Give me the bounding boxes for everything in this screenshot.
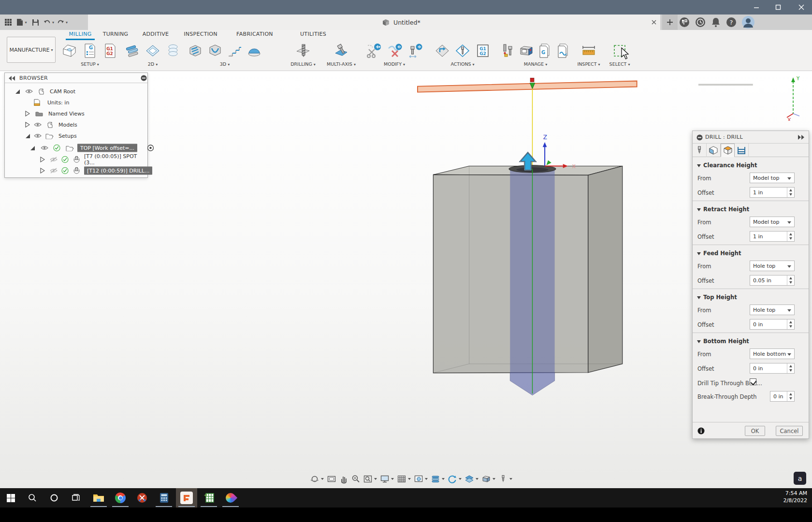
3d-adaptive-icon[interactable] (187, 41, 204, 60)
clearance-from-select[interactable]: Model top (750, 173, 795, 183)
generate-icon[interactable] (433, 41, 451, 60)
browser-row-units[interactable]: Units: in (5, 97, 147, 108)
multi-axis-icon[interactable] (332, 41, 350, 60)
expand-panel-icon[interactable] (798, 135, 805, 140)
paint3d-icon[interactable] (220, 488, 241, 508)
tab-heights[interactable] (721, 144, 735, 157)
job-status-icon[interactable] (695, 16, 706, 28)
spreadsheet-app-icon[interactable] (198, 488, 219, 508)
top-offset-input[interactable]: 0 in (750, 319, 795, 330)
browser-row-label[interactable]: [T7 (0:00:05)] SPOT (3... (84, 153, 147, 166)
drill-point-marker[interactable] (530, 78, 534, 82)
ribbon-tab-utilities[interactable]: UTILITIES (300, 31, 326, 37)
document-tab[interactable] (88, 14, 660, 30)
ribbon-group-label[interactable]: 3D (187, 61, 263, 67)
y-axis-arrowhead[interactable] (547, 160, 551, 165)
ok-button[interactable]: OK (745, 426, 765, 436)
dropdown-caret-icon[interactable] (442, 478, 445, 480)
pan-icon[interactable] (338, 474, 349, 484)
ribbon-tab-milling[interactable]: MILLING (69, 31, 91, 37)
machine-display-icon[interactable] (481, 474, 492, 484)
window-maximize-button[interactable] (768, 0, 789, 14)
notifications-bell-icon[interactable] (710, 16, 721, 28)
measure-icon[interactable] (580, 41, 598, 60)
ribbon-group-label[interactable]: ACTIONS (429, 61, 496, 67)
retract-offset-input[interactable]: 1 in (750, 231, 795, 242)
browser-row-op-spot[interactable]: [T7 (0:00:05)] SPOT (3... (5, 154, 147, 165)
fusion360-taskbar-icon[interactable] (176, 488, 197, 508)
ncprogram-icon[interactable]: G (81, 41, 99, 60)
look-at-icon[interactable] (326, 474, 337, 484)
expander-expanded-icon[interactable] (25, 133, 30, 139)
ribbon-group-label[interactable]: 2D (122, 61, 184, 67)
visibility-eye-icon[interactable] (34, 122, 42, 128)
taskbar-clock[interactable]: 7:54 AM 2/8/2022 (783, 490, 807, 504)
ribbon-group-label[interactable]: DRILLING (287, 61, 319, 67)
ribbon-group-label[interactable]: MULTI-AXIS (322, 61, 361, 67)
dropdown-caret-icon[interactable] (476, 478, 478, 480)
model-right-face[interactable] (588, 166, 623, 373)
drill-icon[interactable] (294, 41, 312, 60)
dialog-header[interactable]: DRILL : DRILL (693, 131, 809, 144)
chrome-icon[interactable] (110, 488, 131, 508)
viewports-icon[interactable] (413, 474, 424, 484)
dropdown-caret-icon[interactable] (321, 478, 324, 480)
templates-icon[interactable] (554, 41, 572, 60)
user-avatar[interactable] (741, 15, 755, 29)
grid-icon[interactable] (396, 474, 407, 484)
browser-header[interactable]: BROWSER (5, 73, 147, 83)
browser-row-label[interactable]: Units: in (47, 100, 69, 106)
visibility-eye-off-icon[interactable] (50, 168, 58, 174)
browser-row-label[interactable]: Named Views (48, 111, 85, 117)
section-header[interactable]: Top Height (693, 292, 809, 304)
dropdown-caret-icon[interactable] (391, 478, 394, 480)
undo-icon[interactable] (44, 17, 54, 28)
face-icon[interactable] (144, 41, 162, 60)
stock-plane[interactable] (418, 81, 637, 92)
stepper[interactable] (787, 363, 794, 373)
tab-tool[interactable] (693, 144, 707, 157)
ribbon-group-label[interactable]: SELECT (606, 61, 633, 67)
extensions-icon[interactable] (679, 16, 690, 28)
browser-row-op-drill[interactable]: [T12 (0:00:59)] DRILL... (5, 165, 147, 176)
info-icon[interactable] (697, 427, 705, 435)
save-icon[interactable] (30, 17, 41, 28)
retract-from-select[interactable]: Model top (750, 217, 795, 227)
3d-pocket-icon[interactable] (206, 41, 224, 60)
window-minimize-button[interactable] (746, 0, 767, 14)
cancel-button[interactable]: Cancel (776, 426, 803, 436)
ribbon-group-label[interactable]: MANAGE (499, 61, 572, 67)
overlay-a-icon[interactable]: a (794, 472, 806, 485)
2d-adaptive-icon[interactable] (123, 41, 142, 60)
visibility-eye-off-icon[interactable] (50, 157, 58, 162)
stepper[interactable] (787, 392, 794, 401)
browser-row-models[interactable]: Models (5, 119, 147, 130)
manual-nc-icon[interactable]: G1G2 (101, 41, 119, 60)
refresh-icon[interactable] (447, 474, 458, 484)
visibility-eye-icon[interactable] (34, 133, 42, 139)
browser-row-label-selected[interactable]: TOP [Work offset=... (77, 144, 137, 152)
tab-close-icon[interactable] (649, 17, 659, 28)
post-process-icon[interactable]: G1G2 (474, 41, 492, 60)
browser-row-named-views[interactable]: Named Views (5, 108, 147, 119)
expander-collapsed-icon[interactable] (40, 157, 45, 162)
clearance-offset-input[interactable]: 1 in (750, 187, 795, 198)
file-menu-icon[interactable] (16, 17, 27, 28)
section-header[interactable]: Clearance Height (693, 160, 809, 172)
browser-row-label[interactable]: Models (58, 122, 77, 128)
snip-tool-icon[interactable] (131, 488, 153, 508)
flat-icon[interactable] (246, 41, 263, 60)
browser-row-label-selected[interactable]: [T12 (0:00:59)] DRILL... (84, 167, 152, 175)
stepper[interactable] (787, 276, 794, 285)
active-setup-radio-icon[interactable] (147, 145, 154, 152)
nc-programs-icon[interactable]: G (536, 41, 553, 60)
browser-row-setup-top[interactable]: TOP [Work offset=... (5, 143, 147, 153)
dropdown-caret-icon[interactable] (374, 478, 377, 480)
break-through-input[interactable]: 0 in (770, 391, 795, 402)
expander-collapsed-icon[interactable] (25, 111, 30, 116)
browser-row-label[interactable]: CAM Root (50, 88, 75, 95)
section-header[interactable]: Bottom Height (693, 336, 809, 348)
section-header[interactable]: Feed Height (693, 248, 809, 260)
dialog-options-icon[interactable] (696, 134, 703, 141)
browser-row-label[interactable]: Setups (58, 133, 77, 139)
